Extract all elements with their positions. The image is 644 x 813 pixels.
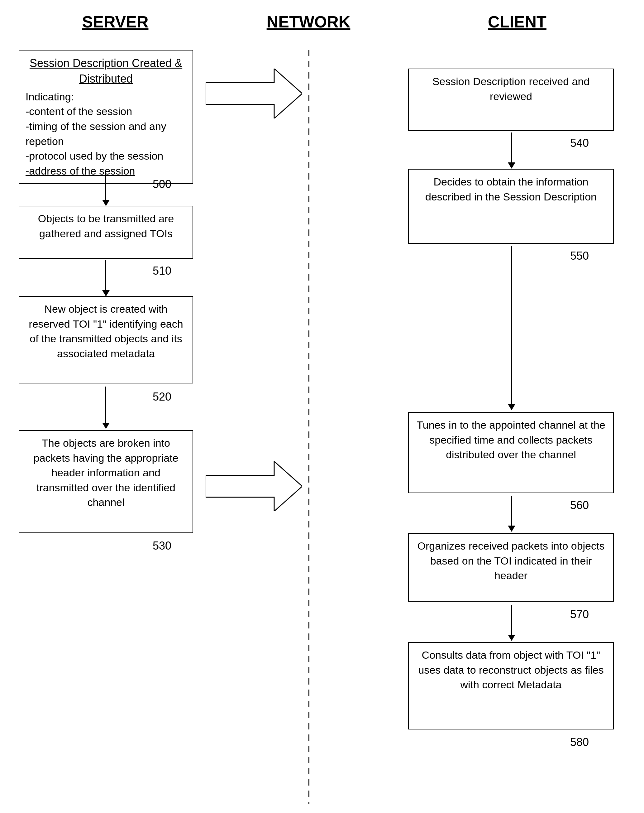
header-row: SERVER NETWORK CLIENT: [19, 12, 629, 31]
network-arrow-2: [206, 461, 302, 511]
step-550-label: 550: [570, 249, 589, 262]
box-510: Objects to be transmitted are gathered a…: [19, 206, 193, 259]
box-520-text: New object is created with reserved TOI …: [29, 303, 183, 359]
box-580: Consults data from object with TOI "1" u…: [408, 642, 614, 729]
box-500: Session Description Created & Distribute…: [19, 50, 193, 184]
box-530: The objects are broken into packets havi…: [19, 430, 193, 533]
box-530-text: The objects are broken into packets havi…: [34, 437, 179, 508]
box-550-text: Decides to obtain the information descri…: [425, 176, 597, 202]
svg-marker-1: [206, 461, 302, 511]
step-540-label: 540: [570, 137, 589, 150]
network-arrow-1: [206, 69, 302, 118]
step-500-label: 500: [153, 178, 171, 191]
arrow-500-510: [105, 170, 106, 201]
svg-marker-0: [206, 69, 302, 118]
box-570-text: Organizes received packets into objects …: [418, 540, 605, 581]
server-header: SERVER: [19, 12, 212, 31]
box-540: Session Description received and reviewe…: [408, 69, 614, 131]
arrow-510-520: [105, 260, 106, 291]
box-550: Decides to obtain the information descri…: [408, 169, 614, 244]
step-530-label: 530: [153, 539, 171, 552]
box-540-text: Session Description received and reviewe…: [433, 75, 590, 102]
network-dashed-line: [309, 50, 309, 804]
step-520-label: 520: [153, 390, 171, 403]
step-510-label: 510: [153, 264, 171, 278]
box-560: Tunes in to the appointed channel at the…: [408, 412, 614, 493]
diagram-container: SERVER NETWORK CLIENT Session Descriptio…: [0, 0, 644, 813]
client-header: CLIENT: [405, 12, 629, 31]
arrow-520-530: [105, 387, 106, 424]
step-570-label: 570: [570, 608, 589, 621]
step-580-label: 580: [570, 736, 589, 749]
box-510-text: Objects to be transmitted are gathered a…: [38, 213, 174, 239]
arrow-570-580: [511, 605, 512, 636]
box-570: Organizes received packets into objects …: [408, 533, 614, 602]
arrow-550-560: [511, 246, 512, 405]
step-560-label: 560: [570, 499, 589, 512]
box-520: New object is created with reserved TOI …: [19, 296, 193, 383]
network-header: NETWORK: [212, 12, 405, 31]
arrow-540-550: [511, 132, 512, 164]
box-580-text: Consults data from object with TOI "1" u…: [418, 649, 604, 690]
box-560-text: Tunes in to the appointed channel at the…: [416, 419, 605, 460]
arrow-560-570: [511, 495, 512, 527]
